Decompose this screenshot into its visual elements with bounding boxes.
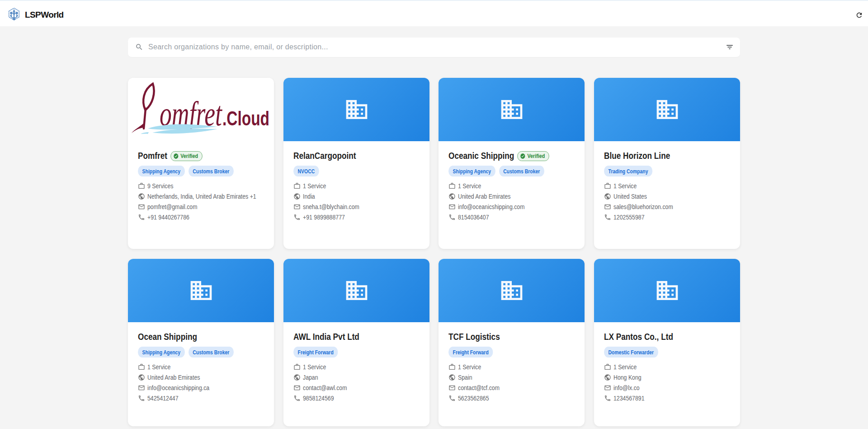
svg-text:.Cloud: .Cloud [222,107,269,129]
